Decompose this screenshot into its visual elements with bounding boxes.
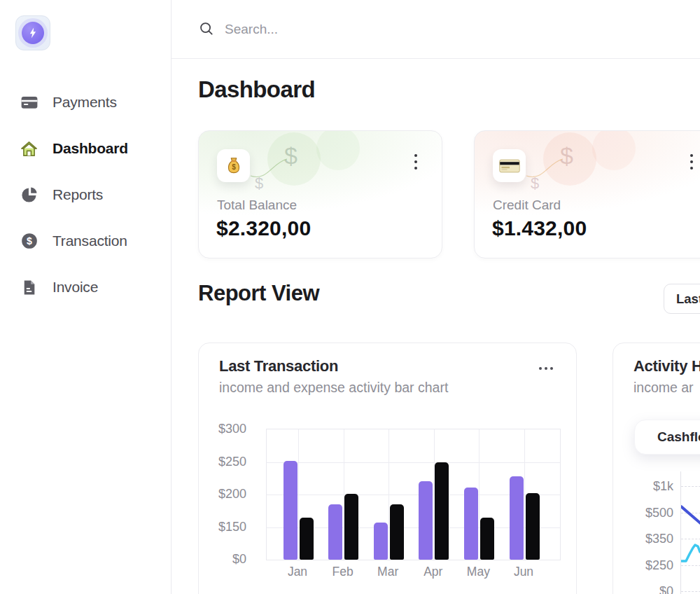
line-chart-ylabels: $1k$500$350$250$0: [613, 471, 673, 594]
main-content: Dashboard $ $ $ Total Balance $2.320,00 …: [172, 60, 700, 594]
credit-card-card: $ $ Credit Card $1.432,00: [474, 130, 700, 258]
income-bar: [464, 488, 478, 560]
period-filter-button[interactable]: Last: [664, 284, 700, 314]
line-cyan: [681, 545, 700, 561]
sidebar-item-transaction[interactable]: $ Transaction: [0, 218, 171, 264]
y-axis-tick-label: $250: [645, 558, 673, 573]
x-axis-tick-label: Jun: [501, 565, 546, 579]
expense-bar: [390, 504, 404, 560]
cashflow-toggle-button[interactable]: Cashflo: [634, 420, 700, 455]
dollar-circle-icon: $: [20, 232, 38, 251]
pie-chart-icon: [20, 186, 38, 205]
sidebar: Payments Dashboard Reports $ Transaction…: [0, 0, 172, 594]
sidebar-item-label: Invoice: [52, 279, 98, 296]
y-axis-tick-label: $150: [218, 520, 246, 534]
expense-bar: [300, 518, 314, 560]
topbar: [172, 0, 700, 59]
stat-card-label: Total Balance: [217, 198, 297, 213]
y-axis-tick-label: $350: [645, 532, 673, 546]
decor-circle: [316, 130, 360, 170]
activity-history-card: Activity H income ar Cashflo $1k$500$350…: [612, 343, 700, 594]
income-bar: [374, 523, 388, 560]
bar-chart-xlabels: JanFebMarAprMayJun: [266, 565, 559, 581]
income-bar: [328, 504, 342, 560]
card-menu-kebab-icon[interactable]: [685, 153, 698, 172]
stat-card-value: $1.432,00: [492, 216, 587, 240]
expense-bar: [435, 462, 449, 560]
bar-group: [374, 504, 404, 560]
chart-title: Last Transaction: [219, 357, 338, 375]
bar-group: [419, 462, 449, 560]
report-view-title: Report View: [198, 281, 319, 306]
card-menu-ellipsis-icon[interactable]: [536, 364, 556, 373]
bar-group: [464, 488, 494, 560]
x-axis-tick-label: Jan: [275, 565, 320, 579]
income-bar: [510, 476, 524, 560]
y-axis-tick-label: $500: [645, 506, 673, 520]
total-balance-card: $ $ $ Total Balance $2.320,00: [198, 130, 442, 258]
x-axis-tick-label: Feb: [321, 565, 365, 579]
stat-card-value: $2.320,00: [216, 216, 311, 240]
search-icon: [199, 21, 215, 37]
sidebar-item-dashboard[interactable]: Dashboard: [0, 125, 171, 172]
page-title: Dashboard: [198, 76, 315, 103]
bar-group: [328, 494, 358, 560]
y-axis-tick-label: $200: [218, 487, 246, 502]
x-axis-tick-label: May: [456, 565, 500, 579]
expense-bar: [526, 493, 540, 560]
line-chart-plot: [680, 471, 700, 594]
last-transaction-card: Last Transaction income and expense acti…: [198, 343, 577, 594]
line-indigo: [681, 506, 700, 525]
search-input[interactable]: [223, 21, 506, 38]
expense-bar: [480, 518, 494, 560]
x-axis-tick-label: Apr: [411, 565, 456, 579]
y-axis-tick-label: $0: [659, 584, 673, 594]
bar-chart-ylabels: $300$250$200$150$0: [199, 429, 248, 559]
sidebar-item-label: Transaction: [52, 233, 127, 249]
income-bar: [419, 481, 433, 560]
y-axis-tick-label: $0: [232, 552, 246, 567]
sidebar-item-label: Reports: [52, 186, 103, 203]
sidebar-nav: Payments Dashboard Reports $ Transaction…: [0, 79, 171, 310]
credit-card-icon: [20, 93, 38, 112]
chart-subtitle: income and expense activity bar chart: [219, 380, 448, 396]
money-bag-icon: $: [217, 149, 250, 182]
y-axis-tick-label: $250: [218, 455, 246, 469]
x-axis-tick-label: Mar: [365, 565, 410, 579]
svg-text:$: $: [27, 235, 32, 247]
chart-subtitle: income ar: [634, 380, 694, 396]
invoice-icon: [20, 278, 38, 297]
decor-circle: [592, 130, 636, 170]
home-icon: [20, 139, 38, 158]
y-axis-tick-label: $1k: [653, 479, 673, 494]
decor-curve: [241, 145, 304, 187]
card-menu-kebab-icon[interactable]: [410, 153, 422, 172]
svg-text:$: $: [232, 163, 236, 171]
sidebar-item-payments[interactable]: Payments: [0, 79, 171, 125]
sidebar-item-reports[interactable]: Reports: [0, 172, 171, 218]
expense-bar: [344, 494, 358, 560]
bar-chart-plot: [266, 429, 561, 560]
stat-card-label: Credit Card: [493, 198, 561, 213]
decor-curve: [517, 145, 580, 187]
chart-title: Activity H: [634, 357, 700, 375]
sidebar-item-label: Dashboard: [52, 140, 128, 157]
sidebar-item-label: Payments: [52, 94, 117, 111]
bar-group: [510, 476, 540, 560]
income-bar: [284, 461, 298, 560]
credit-card-icon: [493, 149, 526, 182]
bar-group: [284, 461, 314, 560]
brand-logo[interactable]: [15, 15, 50, 50]
lightning-bolt-icon: [22, 22, 44, 44]
sidebar-item-invoice[interactable]: Invoice: [0, 264, 171, 310]
y-axis-tick-label: $300: [218, 422, 246, 436]
line-chart-svg: [681, 471, 700, 594]
